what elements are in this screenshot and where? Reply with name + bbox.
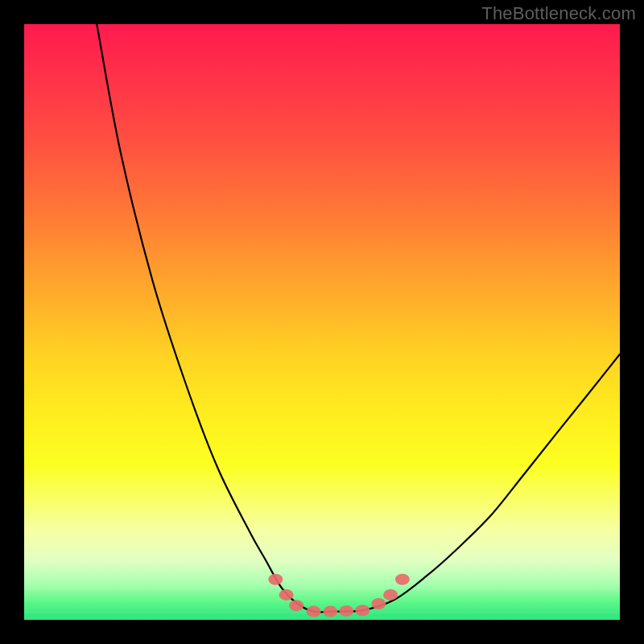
marker-left-3 [289, 600, 303, 611]
bottleneck-curve [97, 24, 620, 612]
watermark-text: TheBottleneck.com [481, 3, 636, 24]
plot-area [24, 24, 620, 620]
chart-frame: TheBottleneck.com [0, 0, 644, 644]
marker-center-2 [323, 606, 337, 617]
marker-right-3 [395, 574, 410, 585]
marker-center-3 [339, 605, 353, 617]
marker-center-1 [307, 606, 321, 617]
marker-center-4 [355, 605, 369, 616]
curve-layer [24, 24, 620, 620]
marker-left-2 [279, 589, 294, 601]
bottom-markers [268, 574, 410, 617]
marker-right-1 [371, 598, 386, 609]
marker-right-2 [383, 589, 398, 601]
marker-left-1 [268, 574, 283, 585]
